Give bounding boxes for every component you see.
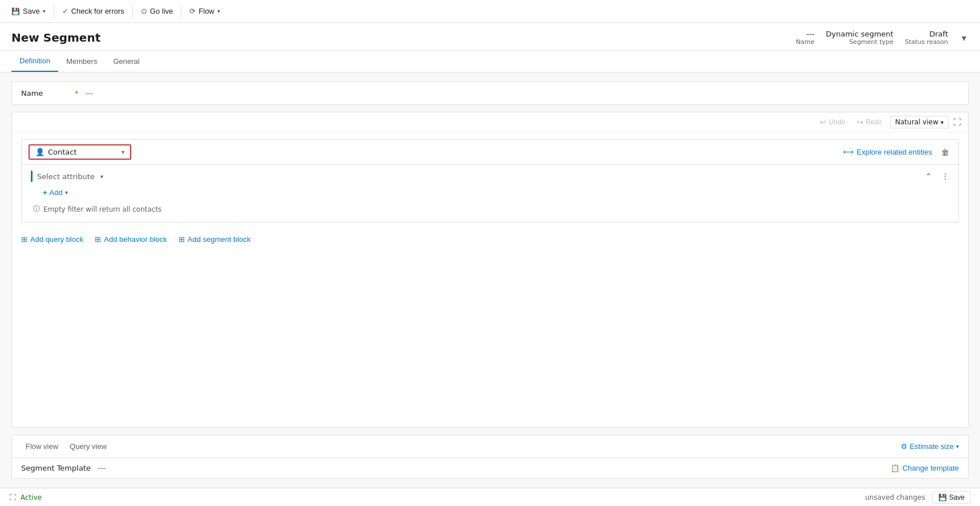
- add-segment-icon: ⊞: [179, 235, 185, 244]
- canvas-toolbar: ↩ Undo ↪ Redo Natural view ▾ ⛶: [12, 112, 968, 132]
- meta-name-label: Name: [796, 38, 814, 46]
- add-segment-label: Add segment block: [188, 235, 251, 244]
- blue-indicator-bar: [31, 171, 33, 182]
- main-content: Name * --- ↩ Undo ↪ Redo Natural view ▾ …: [0, 72, 980, 488]
- query-block-header: 👤 Contact ▾ ⟷ Explore related entities 🗑: [22, 140, 958, 164]
- estimate-icon: ⚙: [901, 442, 908, 451]
- entity-select-value: Contact: [48, 148, 118, 156]
- name-field-value: ---: [86, 89, 94, 98]
- attribute-row: Select attribute ▾ ⌃ ⋮: [29, 168, 951, 184]
- view-label: Natural view: [895, 118, 938, 126]
- canvas-area: ↩ Undo ↪ Redo Natural view ▾ ⛶ 👤 Contact: [11, 112, 969, 428]
- attribute-select[interactable]: Select attribute ▾: [37, 172, 103, 181]
- name-field-row: Name * ---: [21, 89, 959, 98]
- delete-block-button[interactable]: 🗑: [939, 145, 951, 159]
- meta-segment-type-label: Segment type: [849, 38, 894, 46]
- redo-label: Redo: [866, 118, 882, 126]
- status-bar: ⛶ Active unsaved changes 💾 Save: [0, 488, 980, 506]
- go-live-label: Go live: [150, 7, 173, 15]
- add-behavior-block-button[interactable]: ⊞ Add behavior block: [95, 235, 167, 244]
- tab-members[interactable]: Members: [58, 51, 105, 71]
- status-badge: Active: [21, 493, 42, 501]
- collapse-icon: ⌃: [925, 172, 932, 181]
- meta-name-value: ---: [807, 30, 815, 38]
- page-title: New Segment: [11, 31, 100, 44]
- template-left: Segment Template ---: [21, 464, 106, 472]
- template-label: Segment Template: [21, 464, 91, 472]
- check-errors-button[interactable]: ✓ Check for errors: [58, 5, 129, 18]
- info-icon: ⓘ: [33, 204, 40, 214]
- meta-status-reason-value: Draft: [929, 30, 948, 38]
- view-selector[interactable]: Natural view ▾: [890, 116, 949, 128]
- status-save-button[interactable]: 💾 Save: [932, 491, 971, 504]
- expand-icon: ⛶: [953, 118, 961, 127]
- query-block: 👤 Contact ▾ ⟷ Explore related entities 🗑: [21, 139, 959, 222]
- tab-definition[interactable]: Definition: [11, 51, 58, 72]
- check-icon: ✓: [62, 7, 68, 15]
- undo-button[interactable]: ↩ Undo: [816, 116, 849, 128]
- add-query-label: Add query block: [30, 235, 83, 244]
- check-errors-label: Check for errors: [71, 7, 124, 15]
- save-icon: [11, 7, 20, 15]
- add-behavior-label: Add behavior block: [104, 235, 167, 244]
- more-options-button[interactable]: ⋮: [939, 171, 951, 182]
- status-left: ⛶ Active: [9, 493, 42, 501]
- attribute-chevron: ▾: [100, 173, 103, 180]
- toolbar-divider-2: [132, 5, 133, 18]
- header-meta: --- Name Dynamic segment Segment type Dr…: [796, 30, 969, 46]
- header-expand-button[interactable]: ▾: [959, 30, 969, 46]
- status-right: unsaved changes 💾 Save: [865, 491, 971, 504]
- collapse-button[interactable]: ⌃: [923, 171, 934, 182]
- status-save-label: Save: [949, 493, 965, 501]
- add-query-icon: ⊞: [21, 235, 27, 244]
- meta-status-reason: Draft Status reason: [905, 30, 948, 46]
- explore-label: Explore related entities: [857, 148, 932, 156]
- flow-icon: ⟳: [189, 7, 196, 15]
- go-live-icon: ⊙: [141, 7, 147, 15]
- change-template-button[interactable]: 📋 Change template: [890, 464, 959, 472]
- tab-general[interactable]: General: [105, 51, 147, 71]
- undo-label: Undo: [829, 118, 845, 126]
- page-header: New Segment --- Name Dynamic segment Seg…: [0, 23, 980, 51]
- segment-template-row: Segment Template --- 📋 Change template: [12, 458, 968, 478]
- entity-select-dropdown[interactable]: 👤 Contact ▾: [29, 144, 131, 160]
- estimate-size-button[interactable]: ⚙ Estimate size ▾: [901, 442, 959, 451]
- toolbar-divider-3: [181, 5, 181, 18]
- estimate-label: Estimate size: [910, 442, 954, 451]
- add-blocks-row: ⊞ Add query block ⊞ Add behavior block ⊞…: [12, 229, 968, 249]
- add-segment-block-button[interactable]: ⊞ Add segment block: [179, 235, 251, 244]
- bottom-panel-tabs: Flow view Query view ⚙ Estimate size ▾: [12, 435, 968, 458]
- expand-canvas-button[interactable]: ⛶: [953, 118, 961, 127]
- trash-icon: 🗑: [941, 148, 949, 157]
- explore-related-button[interactable]: ⟷ Explore related entities: [843, 148, 932, 156]
- redo-button[interactable]: ↪ Redo: [853, 116, 886, 128]
- name-section: Name * ---: [11, 82, 969, 105]
- explore-icon: ⟷: [843, 148, 854, 156]
- required-indicator: *: [75, 89, 79, 98]
- expand-status-icon[interactable]: ⛶: [9, 493, 16, 501]
- meta-segment-type: Dynamic segment Segment type: [826, 30, 894, 46]
- meta-status-reason-label: Status reason: [905, 38, 948, 46]
- query-view-tab[interactable]: Query view: [65, 440, 111, 453]
- tab-bar: Definition Members General: [0, 51, 980, 72]
- save-button[interactable]: Save ▾: [7, 5, 50, 18]
- template-value: ---: [98, 464, 106, 472]
- add-query-block-button[interactable]: ⊞ Add query block: [21, 235, 83, 244]
- empty-filter-info: ⓘ Empty filter will return all contacts: [29, 201, 951, 217]
- empty-filter-text: Empty filter will return all contacts: [43, 205, 161, 213]
- estimate-chevron: ▾: [956, 443, 959, 450]
- go-live-button[interactable]: ⊙ Go live: [136, 5, 177, 18]
- add-condition-button[interactable]: + Add ▾: [39, 187, 71, 199]
- add-behavior-icon: ⊞: [95, 235, 101, 244]
- save-chevron: ▾: [43, 8, 46, 14]
- view-tabs: Flow view Query view: [21, 440, 111, 453]
- unsaved-changes-text: unsaved changes: [865, 493, 925, 501]
- flow-view-tab[interactable]: Flow view: [21, 440, 63, 453]
- more-icon: ⋮: [941, 172, 949, 181]
- add-label: Add: [50, 188, 63, 197]
- flow-button[interactable]: ⟳ Flow ▾: [185, 5, 224, 18]
- toolbar: Save ▾ ✓ Check for errors ⊙ Go live ⟳ Fl…: [0, 0, 980, 23]
- view-chevron: ▾: [941, 119, 943, 126]
- change-template-icon: 📋: [890, 464, 900, 472]
- flow-label: Flow: [199, 7, 214, 15]
